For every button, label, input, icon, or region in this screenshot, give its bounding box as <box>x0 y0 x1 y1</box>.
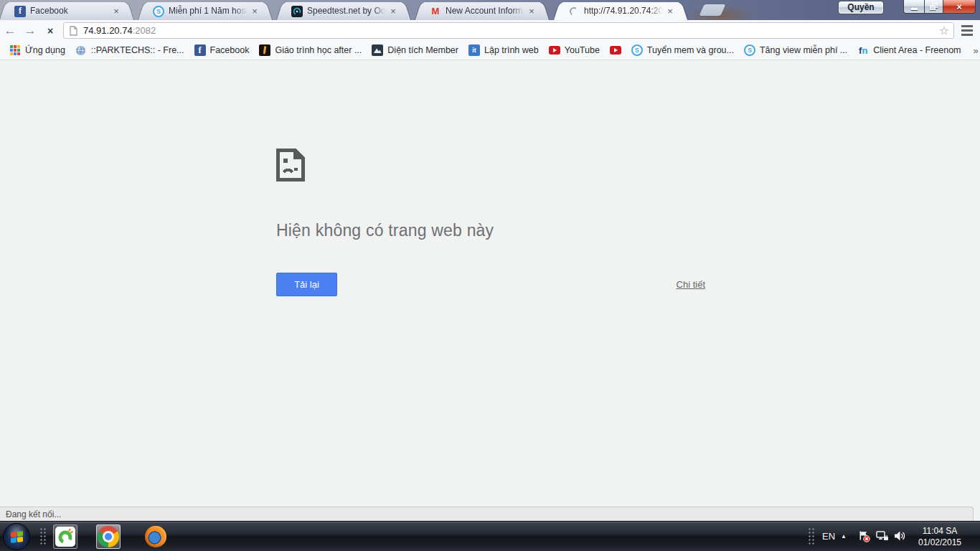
forward-button[interactable]: → <box>20 22 40 40</box>
minimize-icon <box>911 8 918 10</box>
desktop: f Facebook × S Miễn phí 1 Năm hosting D … <box>0 0 980 551</box>
tab-title: Miễn phí 1 Năm hosting D <box>169 2 249 20</box>
bookmark-facebook[interactable]: f Facebook <box>189 42 255 58</box>
reload-button[interactable]: Tải lại <box>276 273 337 296</box>
url-host: 74.91.20.74 <box>83 25 133 36</box>
language-indicator[interactable]: EN <box>822 531 835 542</box>
firefox-icon <box>145 526 166 547</box>
tab-title: Speedtest.net by Ookla - T <box>307 2 387 20</box>
start-button[interactable] <box>3 523 30 550</box>
firefox-taskbar-button[interactable] <box>143 524 168 549</box>
freenom-icon: fn <box>857 44 869 56</box>
tray-clock[interactable]: 11:04 SA 01/02/2015 <box>910 525 970 548</box>
bookmark-lap-trinh-web[interactable]: it Lập trình web <box>463 42 544 58</box>
action-center-flag-icon[interactable] <box>858 530 870 542</box>
tray-date: 01/02/2015 <box>910 537 970 548</box>
tab-title: http://74.91.20.74:2082/ kh <box>584 2 664 20</box>
address-bar[interactable]: 74.91.20.74:2082 ☆ <box>63 22 954 39</box>
gmail-favicon: M <box>430 6 441 17</box>
windows-flag-icon <box>11 531 23 543</box>
minimize-button[interactable] <box>903 0 924 14</box>
restore-icon <box>930 3 938 11</box>
bookmark-freenom[interactable]: fn Client Area - Freenom <box>852 42 966 58</box>
stop-button[interactable]: × <box>40 22 60 40</box>
tab-hosting[interactable]: S Miễn phí 1 Năm hosting D × <box>147 2 263 20</box>
window-controls: × <box>903 0 976 14</box>
bookmark-tang-view[interactable]: S Tăng view miễn phí ... <box>739 42 852 58</box>
status-text: Đang kết nối... <box>6 509 61 519</box>
chrome-icon <box>98 526 119 547</box>
bookmarks-bar: Ứng dụng ::PARKTECHS:: - Fre... f Facebo… <box>0 41 980 60</box>
apps-grid-icon <box>9 44 21 56</box>
show-hidden-icons-button[interactable]: ▲ <box>841 533 847 540</box>
youtube-icon <box>610 44 621 56</box>
volume-icon[interactable] <box>894 530 907 542</box>
new-tab-button[interactable] <box>699 4 725 16</box>
bookmark-dien-tich-member[interactable]: Diện tích Member <box>367 42 463 58</box>
coccoc-icon <box>55 527 75 547</box>
close-icon: × <box>956 1 962 12</box>
s-circle-favicon: S <box>153 6 164 17</box>
facebook-icon: f <box>194 44 206 56</box>
profile-button[interactable]: Quyền <box>838 1 884 14</box>
error-heading: Hiện không có trang web này <box>276 221 705 240</box>
bookmark-youtube[interactable]: YouTube <box>544 42 605 58</box>
it-icon: it <box>468 44 480 56</box>
taskbar: EN ▲ <box>0 521 980 551</box>
chrome-menu-button[interactable] <box>958 25 976 36</box>
tab-strip: f Facebook × S Miễn phí 1 Năm hosting D … <box>0 0 980 20</box>
tab-close-icon[interactable]: × <box>526 6 537 17</box>
network-icon[interactable] <box>876 530 889 542</box>
after-effects-icon <box>259 44 270 56</box>
error-content: Hiện không có trang web này Tải lại Chi … <box>276 149 705 296</box>
url-port: :2082 <box>133 25 156 36</box>
error-page: Hiện không có trang web này Tải lại Chi … <box>0 61 980 507</box>
tab-active-error-page[interactable]: http://74.91.20.74:2082/ kh × <box>562 2 679 20</box>
sad-page-icon <box>276 149 305 182</box>
globe-icon <box>75 44 87 56</box>
s-circle-icon: S <box>631 44 643 56</box>
tray-grip-handle[interactable] <box>808 527 815 546</box>
coccoc-taskbar-button[interactable] <box>53 524 77 549</box>
bookmark-parktechs[interactable]: ::PARKTECHS:: - Fre... <box>70 42 189 58</box>
facebook-favicon: f <box>14 6 26 17</box>
status-bubble: Đang kết nối... <box>0 507 974 521</box>
taskbar-grip-handle[interactable] <box>39 527 47 546</box>
bookmark-star-icon[interactable]: ☆ <box>939 24 949 37</box>
restore-button[interactable] <box>924 0 943 14</box>
tab-title: Facebook <box>30 2 110 20</box>
s-circle-icon: S <box>744 44 755 56</box>
tab-facebook[interactable]: f Facebook × <box>9 2 125 20</box>
tab-gmail[interactable]: M New Account Information × <box>424 2 540 20</box>
bookmarks-overflow-chevron[interactable]: » <box>966 45 980 56</box>
speedtest-favicon <box>291 6 303 17</box>
bookmark-giao-trinh-after[interactable]: Giáo trình học after ... <box>254 42 367 58</box>
tab-close-icon[interactable]: × <box>387 6 399 17</box>
bookmark-youtube-2[interactable] <box>605 42 626 58</box>
page-document-icon <box>70 26 77 36</box>
bookmark-tuyen-mem[interactable]: S Tuyển mem và grou... <box>626 42 739 58</box>
mountain-icon <box>372 44 383 56</box>
tab-close-icon[interactable]: × <box>249 6 260 17</box>
chrome-taskbar-button[interactable] <box>96 524 121 549</box>
back-button[interactable]: ← <box>0 22 20 40</box>
tray-time: 11:04 SA <box>910 525 970 537</box>
browser-toolbar: ← → × 74.91.20.74:2082 ☆ <box>0 20 980 41</box>
tab-close-icon[interactable]: × <box>110 6 122 17</box>
details-link[interactable]: Chi tiết <box>677 279 705 290</box>
tab-speedtest[interactable]: Speedtest.net by Ookla - T × <box>286 2 402 20</box>
tab-title: New Account Information <box>446 2 526 20</box>
loading-spinner-icon <box>568 6 580 17</box>
bookmark-apps[interactable]: Ứng dụng <box>4 42 70 58</box>
youtube-icon <box>549 44 560 56</box>
close-button[interactable]: × <box>943 0 976 14</box>
tab-close-icon[interactable]: × <box>664 6 676 17</box>
